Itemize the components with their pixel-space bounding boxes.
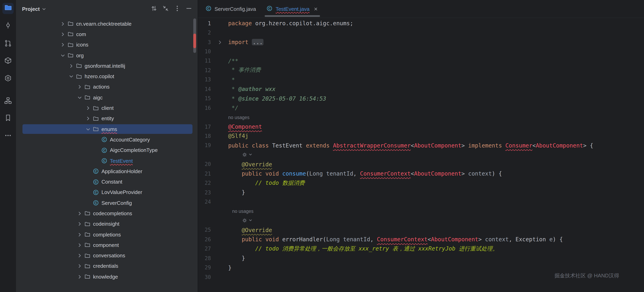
- panel-button-swap-vertical[interactable]: [149, 4, 159, 14]
- panel-button-collapse-all[interactable]: [161, 4, 170, 14]
- line-number[interactable]: 15: [198, 95, 211, 101]
- tree-item-codeinsight[interactable]: codeinsight: [16, 219, 198, 229]
- chevron-right-icon[interactable]: [76, 263, 84, 269]
- folder-icon: [67, 20, 74, 27]
- tool-window-button-packages[interactable]: [2, 56, 14, 67]
- chevron-right-icon[interactable]: [58, 21, 67, 27]
- chevron-right-icon[interactable]: [76, 232, 84, 238]
- line-number[interactable]: 24: [198, 199, 211, 205]
- tree-item-accountcategory[interactable]: CAccountCategory: [16, 134, 198, 145]
- line-number[interactable]: 11: [198, 58, 211, 64]
- folder-icon: [67, 31, 74, 37]
- tree-item-client[interactable]: client: [16, 103, 198, 113]
- line-number[interactable]: 13: [198, 77, 211, 83]
- annotation-inlay-icon[interactable]: [242, 152, 253, 158]
- line-number[interactable]: 2: [198, 30, 211, 36]
- chevron-right-icon[interactable]: [76, 84, 84, 90]
- tree-item-entity[interactable]: entity: [16, 113, 198, 124]
- tree-item-icons[interactable]: icons: [16, 39, 198, 50]
- chevron-right-icon[interactable]: [84, 105, 92, 111]
- tree-item-aigccompletiontype[interactable]: CAigcCompletionType: [16, 145, 198, 156]
- tree-item-com[interactable]: com: [16, 29, 198, 40]
- chevron-right-icon[interactable]: [58, 31, 67, 37]
- annotation-inlay-icon[interactable]: [242, 218, 253, 224]
- tree-item-lovvalueprovider[interactable]: CLovValueProvider: [16, 187, 198, 198]
- usages-inlay[interactable]: no usages: [232, 209, 254, 214]
- chevron-right-icon[interactable]: [67, 63, 76, 69]
- line-number[interactable]: 1: [198, 20, 211, 26]
- line-number[interactable]: 17: [198, 124, 211, 130]
- code-text: import ...: [228, 39, 264, 45]
- line-number[interactable]: 27: [198, 246, 211, 252]
- tool-window-button-bookmarks[interactable]: [2, 113, 14, 124]
- fold-marker-icon[interactable]: [211, 39, 228, 45]
- line-number[interactable]: 22: [198, 180, 211, 186]
- panel-button-hide[interactable]: [184, 4, 194, 14]
- tree-item-serverconfig[interactable]: CServerConfig: [16, 198, 198, 208]
- chevron-right-icon[interactable]: [76, 242, 84, 248]
- chevron-down-icon[interactable]: [84, 126, 92, 132]
- tab-serverconfig-java[interactable]: CServerConfig.java: [200, 0, 261, 18]
- folder-icon: [84, 252, 91, 259]
- line-number[interactable]: 26: [198, 237, 211, 243]
- close-icon[interactable]: [313, 6, 318, 11]
- tree-item-aigc[interactable]: aigc: [16, 92, 198, 103]
- chevron-right-icon[interactable]: [76, 210, 84, 217]
- line-number[interactable]: 19: [198, 142, 211, 149]
- tab-testevent-java[interactable]: CTestEvent.java: [261, 0, 324, 18]
- tree-scrollbar-error-marker: [193, 34, 196, 48]
- chevron-down-icon[interactable]: [76, 94, 84, 100]
- code-area[interactable]: 1package org.hzero.copilot.aigc.enums;23…: [198, 18, 644, 292]
- tree-item-component[interactable]: component: [16, 240, 198, 250]
- tree-item-org[interactable]: org: [16, 50, 198, 61]
- line-number[interactable]: 16: [198, 105, 211, 111]
- line-number[interactable]: 12: [198, 67, 211, 73]
- chevron-right-icon[interactable]: [58, 42, 67, 48]
- tool-window-button-commit[interactable]: [2, 20, 14, 32]
- tree-item-applicationholder[interactable]: CApplicationHolder: [16, 166, 198, 177]
- tree-item-constant[interactable]: CConstant: [16, 177, 198, 187]
- line-number[interactable]: 3: [198, 39, 211, 45]
- code-line: 26 public void errorHandler(Long tenantI…: [198, 235, 644, 244]
- chevron-right-icon[interactable]: [84, 116, 92, 122]
- folder-icon: [84, 221, 91, 227]
- tool-window-button-structure[interactable]: [2, 96, 14, 107]
- tree-item-testevent[interactable]: CTestEvent: [16, 156, 198, 166]
- tree-item-gsonformat-intellij[interactable]: gsonformat.intellij: [16, 60, 198, 71]
- line-number[interactable]: 10: [198, 48, 211, 54]
- line-number[interactable]: 14: [198, 86, 211, 92]
- chevron-right-icon[interactable]: [76, 274, 84, 280]
- usages-inlay[interactable]: no usages: [228, 115, 250, 120]
- line-number[interactable]: 30: [198, 274, 211, 280]
- tree-item-codecompletions[interactable]: codecompletions: [16, 208, 198, 219]
- chevron-right-icon[interactable]: [76, 253, 84, 259]
- line-number[interactable]: 20: [198, 161, 211, 167]
- project-panel-title[interactable]: Project: [22, 6, 40, 12]
- tree-item-credentials[interactable]: credentials: [16, 261, 198, 272]
- line-number[interactable]: 29: [198, 265, 211, 271]
- line-number[interactable]: 21: [198, 171, 211, 177]
- chevron-down-icon[interactable]: [58, 52, 67, 58]
- tool-window-button-project[interactable]: [2, 3, 14, 14]
- packages-icon: [4, 56, 12, 66]
- tool-window-button-more-tool-windows[interactable]: [2, 131, 14, 142]
- tool-window-button-services[interactable]: [2, 73, 14, 85]
- tree-item-conversations[interactable]: conversations: [16, 250, 198, 261]
- tree-item-actions[interactable]: actions: [16, 82, 198, 92]
- panel-button-options[interactable]: [172, 4, 182, 14]
- tree-item-cn-vearn-checktreetable[interactable]: cn.vearn.checktreetable: [16, 18, 198, 29]
- line-number[interactable]: 25: [198, 227, 211, 233]
- chevron-down-icon[interactable]: [67, 73, 76, 79]
- tool-window-button-pull-requests[interactable]: [2, 38, 14, 50]
- tree-item-knowledge[interactable]: knowledge: [16, 271, 198, 282]
- line-number[interactable]: 18: [198, 133, 211, 139]
- chevron-right-icon[interactable]: [76, 221, 84, 227]
- line-number[interactable]: 23: [198, 189, 211, 195]
- tree-item-enums[interactable]: enums: [16, 124, 198, 134]
- line-number[interactable]: 28: [198, 255, 211, 261]
- tree-item-completions[interactable]: completions: [16, 229, 198, 240]
- chevron-down-icon[interactable]: [41, 6, 46, 12]
- tree-item-hzero-copilot[interactable]: hzero.copilot: [16, 71, 198, 82]
- activity-bar: [0, 0, 16, 292]
- tree-item-label: completions: [91, 232, 121, 238]
